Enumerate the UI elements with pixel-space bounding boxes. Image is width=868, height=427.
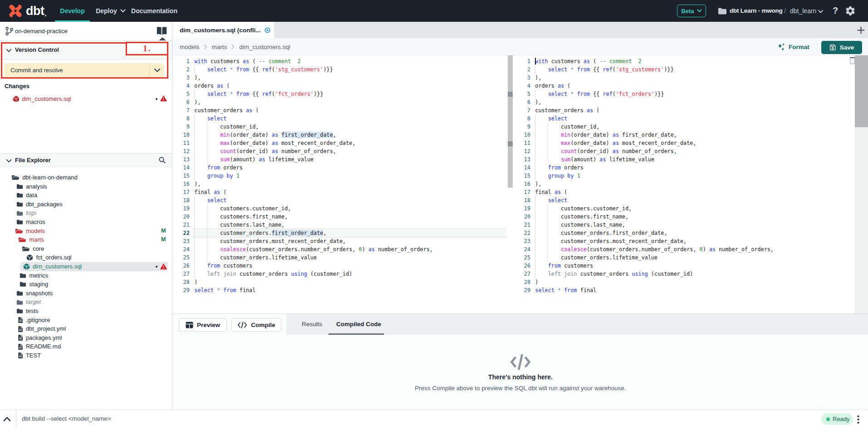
folder-icon	[16, 308, 23, 314]
tree-item--gitignore[interactable]: .gitignore	[0, 316, 172, 325]
nav-deploy[interactable]: Deploy	[90, 0, 132, 22]
inner-scrollbar-thumb[interactable]	[850, 57, 855, 64]
tree-item-core[interactable]: core	[0, 244, 172, 253]
preview-button[interactable]: Preview	[179, 318, 227, 332]
indent-guide	[207, 155, 207, 164]
dbt-logo[interactable]: dbt	[8, 4, 46, 18]
git-branch-name[interactable]: on-demand-practice	[15, 22, 68, 40]
chevron-down-icon	[6, 159, 12, 163]
model-cube-icon	[13, 95, 20, 103]
indent-guide	[548, 253, 548, 262]
indent-guide	[548, 245, 548, 253]
file-explorer-section-header[interactable]: File Explorer	[0, 153, 172, 167]
line-number: 18	[172, 196, 190, 204]
new-tab-plus-icon[interactable]	[857, 26, 865, 34]
scrollbar-thumb[interactable]	[855, 55, 868, 127]
tree-item-macros[interactable]: macros	[0, 218, 172, 227]
right-pane-scrollbar[interactable]	[855, 55, 868, 313]
scrollbar-change-marker	[508, 141, 513, 146]
tree-item-dbt-project-yml[interactable]: dbt_project.yml	[0, 324, 172, 333]
code-line: customer_id,	[194, 123, 433, 131]
code-line: customer_orders.lifetime_value	[535, 253, 774, 262]
indent-guide	[207, 147, 207, 155]
tab-results[interactable]: Results	[302, 314, 322, 335]
tree-item-label: fct_orders.sql	[36, 253, 71, 262]
tree-item-snapshots[interactable]: snapshots	[0, 289, 172, 298]
project-name[interactable]: dbt_learn	[790, 0, 816, 22]
nav-documentation[interactable]: Documentation	[131, 0, 178, 22]
tree-item-logs[interactable]: logs	[0, 209, 172, 218]
chevron-up-icon[interactable]	[3, 417, 11, 422]
indent-guide	[535, 270, 535, 278]
gear-icon[interactable]	[845, 5, 856, 16]
nav-develop[interactable]: Develop	[55, 0, 90, 22]
save-button[interactable]: Save	[821, 41, 862, 54]
tree-item-label: dim_customers.sql	[33, 262, 82, 271]
changed-file-row[interactable]: dim_customers.sql	[0, 93, 172, 105]
warning-triangle-icon	[160, 263, 167, 270]
code-line: select	[194, 196, 433, 204]
open-book-icon[interactable]	[156, 26, 167, 36]
breadcrumb-item[interactable]: dim_customers.sql	[239, 44, 290, 50]
tree-item-dbt-packages[interactable]: dbt_packages	[0, 200, 172, 209]
indent-guide	[194, 270, 195, 278]
tree-item-metrics[interactable]: metrics	[0, 271, 172, 280]
commit-and-resolve-button[interactable]: Commit and resolve	[4, 63, 164, 77]
line-number: 16	[513, 180, 530, 188]
modified-indicator-icon	[264, 27, 271, 34]
left-pane-scrollbar[interactable]	[507, 55, 513, 313]
indent-guide	[194, 237, 195, 245]
tree-item-fct-orders-sql[interactable]: fct_orders.sql	[0, 253, 172, 262]
line-number: 17	[513, 188, 530, 196]
line-number: 29	[172, 286, 190, 294]
chevron-down-icon[interactable]	[818, 10, 824, 14]
tree-item-tests[interactable]: tests	[0, 307, 172, 316]
top-navigation-bar: dbt Develop Deploy Documentation Beta db…	[0, 0, 868, 22]
tree-item-readme-md[interactable]: README.md	[0, 342, 172, 351]
tree-item-label: logs	[26, 209, 37, 218]
indent-guide	[194, 65, 195, 74]
tab-compiled-code[interactable]: Compiled Code	[336, 314, 381, 335]
tab-dim-customers[interactable]: dim_customers.sql (confli...	[172, 22, 274, 38]
line-number: 25	[513, 253, 530, 262]
scrollbar-thumb[interactable]	[508, 55, 513, 188]
left-pane-code[interactable]: with customers as ( -- comment 2 select …	[194, 57, 433, 294]
code-line: count(order_id) as number_of_orders,	[535, 147, 774, 155]
modified-badge: M	[161, 227, 166, 236]
chevron-down-icon	[120, 9, 126, 13]
breadcrumb-item[interactable]: models	[180, 44, 200, 50]
account-name[interactable]: dbt Learn - mwong	[730, 0, 783, 22]
beta-dropdown-button[interactable]: Beta	[677, 5, 706, 17]
commit-options-dropdown[interactable]	[149, 63, 164, 77]
code-line: customer_orders as (	[535, 106, 774, 114]
search-icon[interactable]	[158, 156, 166, 164]
right-pane-code[interactable]: with customers as ( -- comment 2 select …	[535, 57, 774, 294]
command-input[interactable]: dbt build --select <model_name>	[22, 410, 111, 427]
tree-item-models[interactable]: modelsM	[0, 227, 172, 236]
tree-item-staging[interactable]: staging	[0, 280, 172, 289]
indent-guide	[548, 213, 548, 221]
line-number: 9	[513, 123, 530, 131]
editor-tab-bar: dim_customers.sql (confli...	[172, 22, 868, 38]
line-number: 3	[513, 74, 530, 82]
tree-item-analysis[interactable]: analysis	[0, 182, 172, 191]
code-line: customers.first_name,	[194, 213, 433, 221]
indent-guide	[535, 213, 535, 221]
tree-item-dim-customers-sql[interactable]: dim_customers.sql	[0, 262, 172, 271]
tree-item-label: core	[33, 244, 44, 253]
line-number: 12	[513, 147, 530, 155]
compile-button[interactable]: Compile	[231, 318, 281, 332]
tree-item-packages-yml[interactable]: packages.yml	[0, 333, 172, 343]
code-line: ),	[535, 74, 774, 82]
breadcrumb-item[interactable]: marts	[212, 44, 227, 50]
tree-item-data[interactable]: data	[0, 191, 172, 200]
code-line: )	[194, 278, 433, 286]
tree-item-target[interactable]: target	[0, 298, 172, 307]
format-button[interactable]: Format	[777, 38, 809, 55]
help-icon[interactable]: ?	[833, 0, 838, 22]
empty-state-title: There's nothing here.	[172, 373, 868, 381]
tree-item-test[interactable]: TEST	[0, 351, 172, 360]
kebab-menu-icon[interactable]	[857, 415, 859, 424]
tree-item-dbt-learn-on-demand[interactable]: dbt-learn-on-demand	[0, 173, 172, 182]
tree-item-marts[interactable]: martsM	[0, 235, 172, 244]
